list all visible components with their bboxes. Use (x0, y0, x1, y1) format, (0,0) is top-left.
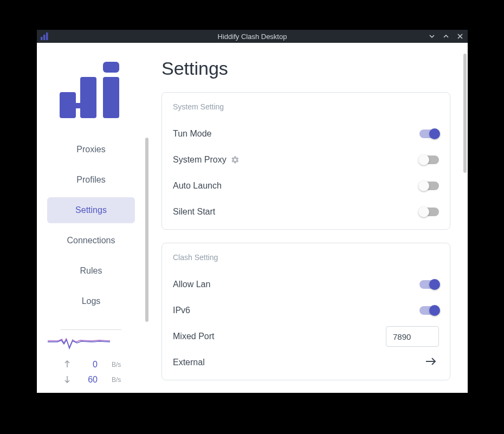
input-value: 7890 (393, 332, 411, 341)
nav: Proxies Profiles Settings Connections Ru… (37, 137, 145, 319)
nav-label: Connections (67, 236, 115, 245)
nav-label: Settings (75, 205, 107, 215)
nav-item-settings[interactable]: Settings (47, 197, 135, 223)
row-label: IPv6 (173, 306, 190, 315)
svg-rect-3 (60, 92, 76, 118)
row-label: Tun Mode (173, 129, 211, 139)
gear-icon[interactable] (231, 156, 240, 164)
app-logo-icon (60, 62, 122, 120)
row-label: Allow Lan (173, 280, 210, 289)
svg-rect-2 (46, 33, 48, 40)
window-title: Hiddify Clash Desktop (37, 33, 468, 41)
upload-value: 0 (80, 360, 98, 370)
mixed-port-input[interactable]: 7890 (386, 326, 439, 347)
main-scrollbar[interactable] (463, 54, 467, 173)
system-setting-card: System Setting Tun Mode System Proxy (161, 92, 450, 230)
nav-item-proxies[interactable]: Proxies (47, 137, 135, 163)
nav-label: Proxies (76, 145, 105, 154)
nav-label: Profiles (76, 175, 105, 185)
row-ipv6: IPv6 (173, 297, 439, 323)
minimize-icon[interactable] (427, 31, 437, 42)
allow-lan-toggle[interactable] (419, 280, 439, 289)
external-arrow-button[interactable] (423, 353, 439, 371)
close-icon[interactable] (455, 31, 466, 42)
sidebar: Proxies Profiles Settings Connections Ru… (37, 43, 145, 393)
page-title: Settings (161, 58, 451, 79)
ipv6-toggle[interactable] (419, 306, 439, 315)
row-label: Auto Launch (173, 181, 222, 191)
svg-rect-4 (80, 77, 96, 118)
svg-rect-5 (74, 103, 83, 108)
clash-setting-card: Clash Setting Allow Lan IPv6 Mixed Port (161, 243, 450, 380)
arrow-up-icon (63, 360, 72, 370)
row-allow-lan: Allow Lan (173, 271, 439, 297)
svg-rect-1 (43, 35, 46, 40)
traffic-sparkline-icon (48, 335, 110, 351)
row-label: Silent Start (173, 207, 215, 217)
app-window: Hiddify Clash Desktop (37, 30, 468, 393)
sidebar-footer: 0 B/s 60 B/s (37, 329, 145, 393)
nav-label: Logs (82, 296, 101, 306)
row-mixed-port: Mixed Port 7890 (173, 323, 439, 349)
upload-unit: B/s (112, 361, 121, 368)
maximize-icon[interactable] (441, 31, 451, 42)
svg-rect-0 (41, 37, 43, 40)
nav-item-logs[interactable]: Logs (47, 288, 135, 314)
svg-rect-7 (103, 77, 119, 118)
card-title: System Setting (173, 102, 439, 111)
arrow-down-icon (63, 375, 72, 385)
download-unit: B/s (112, 376, 121, 384)
system-proxy-toggle[interactable] (419, 156, 439, 164)
download-stat: 60 B/s (48, 372, 134, 387)
svg-rect-6 (103, 62, 119, 73)
nav-item-rules[interactable]: Rules (47, 258, 135, 284)
nav-item-connections[interactable]: Connections (47, 228, 135, 254)
divider (61, 329, 121, 330)
row-system-proxy: System Proxy (173, 147, 439, 173)
row-label: System Proxy (173, 155, 227, 165)
nav-label: Rules (80, 266, 102, 276)
nav-item-profiles[interactable]: Profiles (47, 167, 135, 193)
upload-stat: 0 B/s (48, 357, 134, 372)
auto-launch-toggle[interactable] (419, 182, 439, 190)
row-label: External (173, 358, 205, 367)
silent-start-toggle[interactable] (419, 208, 439, 216)
tun-mode-toggle[interactable] (419, 129, 439, 138)
row-label: Mixed Port (173, 332, 214, 341)
download-value: 60 (80, 375, 98, 385)
main-content: Settings System Setting Tun Mode System … (145, 43, 468, 393)
row-external: External (173, 349, 439, 375)
card-title: Clash Setting (173, 253, 439, 262)
row-tun-mode: Tun Mode (173, 121, 439, 147)
row-silent-start: Silent Start (173, 199, 439, 225)
titlebar: Hiddify Clash Desktop (37, 30, 468, 43)
row-auto-launch: Auto Launch (173, 173, 439, 199)
app-bars-icon (40, 33, 49, 40)
